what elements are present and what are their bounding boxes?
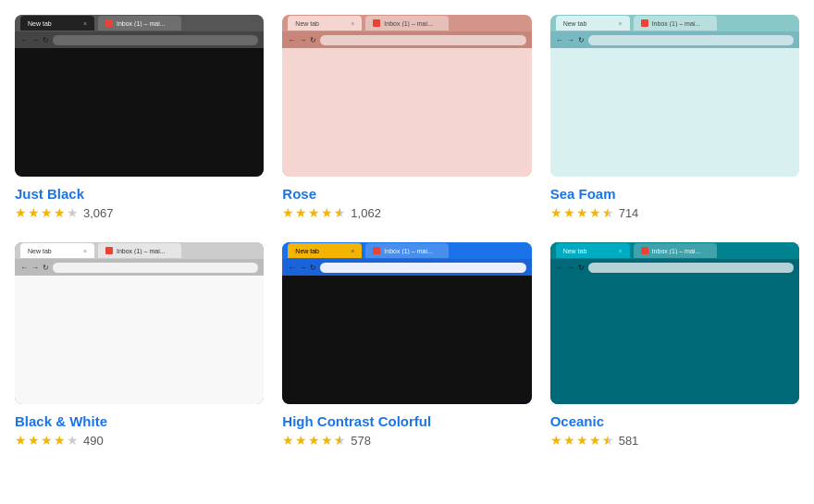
browser-mockup: New tab × Inbox (1) – mai... ← → ↻	[282, 242, 531, 404]
tab-label: New tab	[295, 20, 347, 27]
inbox-tab: Inbox (1) – mai...	[634, 16, 717, 31]
tab-bar: New tab × Inbox (1) – mai...	[282, 242, 531, 259]
tab-label: New tab	[563, 248, 615, 254]
browser-chrome: New tab × Inbox (1) – mai... ← → ↻	[15, 15, 264, 48]
active-tab: New tab ×	[288, 243, 362, 258]
stars-container: ★★★★ ★ ★	[282, 433, 346, 448]
review-count: 490	[83, 434, 104, 448]
theme-card-rose[interactable]: New tab × Inbox (1) – mai... ← → ↻	[282, 15, 531, 220]
tab-label: New tab	[295, 248, 347, 254]
tab-close-icon: ×	[351, 20, 354, 27]
theme-title: Black & White	[15, 413, 264, 429]
review-count: 714	[619, 206, 639, 220]
address-bar	[53, 35, 258, 45]
star-filled: ★	[576, 433, 588, 448]
browser-body	[15, 48, 264, 177]
active-tab: New tab ×	[288, 16, 362, 31]
toolbar: ← → ↻	[550, 31, 799, 48]
theme-thumbnail: New tab × Inbox (1) – mai... ← → ↻	[282, 15, 531, 177]
back-icon: ←	[20, 36, 28, 44]
reload-icon: ↻	[578, 264, 585, 272]
inbox-tab: Inbox (1) – mai...	[365, 16, 449, 31]
theme-card-black-white[interactable]: New tab × Inbox (1) – mai... ← → ↻	[15, 242, 264, 448]
star-filled: ★	[28, 433, 40, 448]
theme-card-sea-foam[interactable]: New tab × Inbox (1) – mai... ← → ↻	[550, 15, 799, 220]
star-filled: ★	[589, 433, 601, 448]
back-icon: ←	[20, 264, 28, 272]
browser-mockup: New tab × Inbox (1) – mai... ← → ↻	[15, 15, 264, 177]
theme-thumbnail: New tab × Inbox (1) – mai... ← → ↻	[282, 242, 531, 404]
active-tab: New tab ×	[556, 243, 630, 258]
browser-body	[550, 276, 799, 404]
inbox-tab-label: Inbox (1) – mai...	[384, 20, 441, 27]
tab-label: New tab	[563, 20, 615, 27]
star-filled: ★	[41, 433, 53, 448]
reload-icon: ↻	[43, 264, 49, 272]
theme-card-oceanic[interactable]: New tab × Inbox (1) – mai... ← → ↻	[550, 242, 799, 448]
star-filled: ★	[308, 205, 320, 220]
star-empty: ★	[67, 205, 79, 220]
toolbar: ← → ↻	[282, 31, 531, 48]
tab-label: New tab	[28, 20, 80, 27]
browser-chrome: New tab × Inbox (1) – mai... ← → ↻	[550, 242, 799, 276]
theme-thumbnail: New tab × Inbox (1) – mai... ← → ↻	[15, 242, 264, 404]
back-icon: ←	[556, 36, 563, 44]
star-empty: ★	[67, 433, 79, 448]
tab-close-icon: ×	[619, 248, 623, 254]
browser-body	[282, 48, 531, 177]
stars-container: ★★★★ ★ ★	[550, 205, 614, 220]
forward-icon: →	[299, 264, 306, 272]
browser-chrome: New tab × Inbox (1) – mai... ← → ↻	[15, 242, 264, 276]
stars-container: ★★★★ ★ ★	[550, 433, 614, 448]
stars-container: ★★★★★	[15, 205, 79, 220]
theme-title: Rose	[282, 186, 531, 202]
tab-bar: New tab × Inbox (1) – mai...	[550, 15, 799, 31]
back-icon: ←	[288, 36, 295, 44]
review-count: 578	[351, 434, 371, 448]
browser-mockup: New tab × Inbox (1) – mai... ← → ↻	[15, 242, 264, 404]
inbox-tab-label: Inbox (1) – mai...	[117, 20, 174, 27]
active-tab: New tab ×	[556, 16, 630, 31]
tab-bar: New tab × Inbox (1) – mai...	[282, 15, 531, 31]
inbox-tab-label: Inbox (1) – mai...	[117, 248, 174, 254]
toolbar: ← → ↻	[282, 259, 531, 276]
star-filled: ★	[321, 433, 333, 448]
forward-icon: →	[567, 36, 574, 44]
tab-bar: New tab × Inbox (1) – mai...	[550, 242, 799, 259]
theme-card-high-contrast-colorful[interactable]: New tab × Inbox (1) – mai... ← → ↻	[282, 242, 531, 448]
theme-title: Sea Foam	[550, 186, 799, 202]
tab-close-icon: ×	[619, 20, 623, 27]
theme-card-just-black[interactable]: New tab × Inbox (1) – mai... ← → ↻	[15, 15, 264, 220]
tab-label: New tab	[28, 248, 80, 254]
theme-rating: ★★★★★ 490	[15, 433, 264, 448]
star-filled: ★	[295, 433, 307, 448]
star-filled: ★	[282, 205, 294, 220]
browser-body	[282, 276, 531, 404]
theme-rating: ★★★★ ★ ★ 1,062	[282, 205, 531, 220]
star-filled: ★	[15, 205, 27, 220]
theme-thumbnail: New tab × Inbox (1) – mai... ← → ↻	[550, 242, 799, 404]
browser-chrome: New tab × Inbox (1) – mai... ← → ↻	[282, 15, 531, 48]
theme-rating: ★★★★ ★ ★ 714	[550, 205, 799, 220]
back-icon: ←	[556, 264, 563, 272]
tab-close-icon: ×	[83, 248, 87, 254]
browser-mockup: New tab × Inbox (1) – mai... ← → ↻	[550, 15, 799, 177]
forward-icon: →	[299, 36, 306, 44]
review-count: 581	[619, 434, 639, 448]
browser-chrome: New tab × Inbox (1) – mai... ← → ↻	[550, 15, 799, 48]
star-filled: ★	[576, 205, 588, 220]
star-filled: ★	[28, 205, 40, 220]
star-filled: ★	[41, 205, 53, 220]
review-count: 3,067	[83, 206, 114, 220]
theme-rating: ★★★★ ★ ★ 578	[282, 433, 531, 448]
browser-body	[550, 48, 799, 177]
browser-chrome: New tab × Inbox (1) – mai... ← → ↻	[282, 242, 531, 276]
active-tab: New tab ×	[20, 16, 94, 31]
address-bar	[320, 263, 525, 273]
theme-rating: ★★★★ ★ ★ 581	[550, 433, 799, 448]
browser-mockup: New tab × Inbox (1) – mai... ← → ↻	[282, 15, 531, 177]
inbox-tab-label: Inbox (1) – mai...	[652, 20, 709, 27]
review-count: 1,062	[351, 206, 381, 220]
star-filled: ★	[550, 433, 562, 448]
star-half: ★ ★	[334, 433, 346, 448]
